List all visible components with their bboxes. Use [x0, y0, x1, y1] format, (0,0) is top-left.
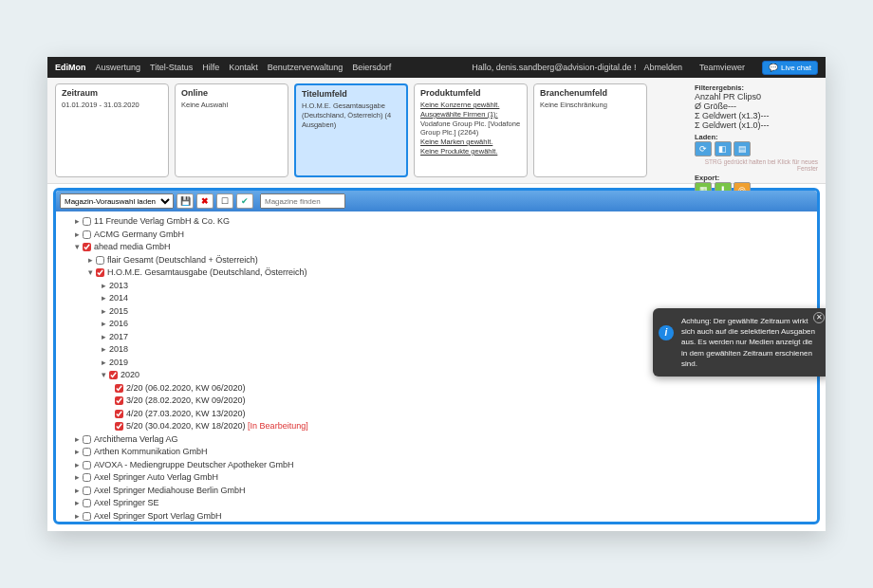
filter-row: Zeitraum 01.01.2019 - 31.03.2020 Online … — [47, 78, 826, 184]
filter-titelumfeld[interactable]: Titelumfeld H.O.M.E. Gesamtausgabe (Deut… — [294, 83, 408, 177]
tree-checkbox[interactable] — [83, 487, 91, 495]
tree-checkbox[interactable] — [83, 448, 91, 456]
filter-produktumfeld-title: Produktumfeld — [420, 88, 521, 98]
tree-label: 11 Freunde Verlag GmbH & Co. KG — [94, 216, 230, 226]
tree-label: Axel Springer Mediahouse Berlin GmbH — [94, 486, 246, 495]
expand-closed-icon[interactable]: ▸ — [75, 446, 83, 459]
tree-checkbox[interactable] — [115, 410, 123, 418]
tree-checkbox[interactable] — [115, 384, 123, 393]
stat-0-label: Anzahl PR Clips — [695, 92, 756, 101]
tree-issue[interactable]: 2/20 (06.02.2020, KW 06/2020) — [115, 382, 811, 395]
popup-close-icon[interactable]: ✕ — [813, 312, 825, 323]
expand-closed-icon[interactable]: ▸ — [102, 292, 109, 305]
app-frame: EdiMon Auswertung Titel-Status Hilfe Kon… — [47, 57, 826, 531]
nav-hilfe[interactable]: Hilfe — [202, 63, 219, 72]
clear-icon[interactable]: ☐ — [216, 193, 233, 209]
info-popup: i ✕ Achtung: Der gewählte Zeitraum wirkt… — [653, 308, 826, 377]
laden-title: Laden: — [695, 133, 818, 141]
filter-online-title: Online — [181, 88, 282, 98]
tree-checkbox[interactable] — [96, 268, 104, 277]
tree-checkbox[interactable] — [115, 396, 123, 405]
live-chat-button[interactable]: Live chat — [762, 61, 818, 75]
tree-checkbox[interactable] — [115, 422, 123, 431]
save-icon[interactable]: 💾 — [176, 193, 194, 209]
tree-issue[interactable]: 3/20 (28.02.2020, KW 09/2020) — [115, 395, 811, 408]
prod-line-0[interactable]: Keine Konzerne gewählt. — [420, 101, 499, 109]
filter-branchenumfeld[interactable]: Branchenumfeld Keine Einschränkung — [533, 83, 647, 177]
nav-titel-status[interactable]: Titel-Status — [150, 63, 193, 72]
filter-online[interactable]: Online Keine Auswahl — [175, 83, 288, 177]
tree-publisher[interactable]: ▸Archithema Verlag AG — [75, 433, 811, 447]
tree-checkbox[interactable] — [83, 435, 91, 444]
expand-closed-icon[interactable]: ▸ — [102, 305, 109, 319]
tree-publisher[interactable]: ▸Axel Springer Auto Verlag GmbH — [75, 471, 811, 485]
prod-line-3[interactable]: Keine Marken gewählt. — [420, 138, 492, 146]
tree-publisher[interactable]: ▸AVOXA - Mediengruppe Deutscher Apotheke… — [75, 459, 811, 472]
expand-closed-icon[interactable]: ▸ — [75, 510, 83, 523]
tree-issue[interactable]: 4/20 (27.03.2020, KW 13/2020) — [115, 408, 811, 421]
export-title: Export: — [695, 174, 818, 182]
tree-year[interactable]: ▾20202/20 (06.02.2020, KW 06/2020)3/20 (… — [102, 369, 811, 433]
tree-publisher[interactable]: ▸ACMG Germany GmbH — [75, 229, 811, 242]
laden-icon-3[interactable]: ▤ — [734, 141, 751, 156]
expand-closed-icon[interactable]: ▸ — [88, 254, 96, 267]
tree-checkbox[interactable] — [96, 256, 104, 265]
nav-benutzerverwaltung[interactable]: Benutzerverwaltung — [268, 63, 344, 72]
prod-line-1[interactable]: Ausgewählte Firmen (1): — [420, 110, 498, 119]
filter-zeitraum-title: Zeitraum — [62, 88, 162, 98]
tree-publisher[interactable]: ▸Arthen Kommunikation GmbH — [75, 446, 811, 459]
teamviewer-link[interactable]: Teamviewer — [699, 63, 745, 72]
info-popup-text: Achtung: Der gewählte Zeitraum wirkt sic… — [681, 317, 815, 368]
tree-checkbox[interactable] — [83, 473, 91, 482]
expand-closed-icon[interactable]: ▸ — [75, 471, 83, 485]
tree-checkbox[interactable] — [83, 461, 91, 469]
tree-checkbox[interactable] — [83, 243, 91, 251]
tree-checkbox[interactable] — [83, 499, 91, 507]
tree-checkbox[interactable] — [83, 217, 91, 226]
nav-beiersdorf[interactable]: Beiersdorf — [352, 63, 391, 72]
greeting: Hallo, denis.sandberg@advision-digital.d… — [472, 63, 636, 72]
tree-magazine[interactable]: ▸flair Gesamt (Deutschland + Österreich) — [88, 254, 811, 267]
delete-icon[interactable]: ✖ — [196, 193, 214, 209]
tree-checkbox[interactable] — [83, 230, 91, 239]
expand-closed-icon[interactable]: ▸ — [102, 357, 109, 370]
tree-publisher[interactable]: ▸Axel Springer Mediahouse Berlin GmbH — [75, 485, 811, 498]
tree-label: 2020 — [121, 370, 139, 379]
expand-open-icon[interactable]: ▾ — [102, 369, 109, 382]
expand-closed-icon[interactable]: ▸ — [75, 459, 83, 472]
expand-closed-icon[interactable]: ▸ — [75, 229, 83, 242]
search-input[interactable] — [260, 193, 345, 209]
tree-publisher[interactable]: ▸Axel Springer SE — [75, 497, 811, 510]
tree-checkbox[interactable] — [109, 371, 118, 379]
expand-closed-icon[interactable]: ▸ — [75, 433, 83, 447]
nav-kontakt[interactable]: Kontakt — [229, 63, 258, 72]
expand-closed-icon[interactable]: ▸ — [102, 331, 109, 344]
logout-link[interactable]: Abmelden — [643, 63, 682, 72]
expand-open-icon[interactable]: ▾ — [75, 241, 83, 254]
expand-closed-icon[interactable]: ▸ — [75, 215, 83, 229]
laden-icon-2[interactable]: ◧ — [715, 141, 732, 156]
expand-closed-icon[interactable]: ▸ — [75, 485, 83, 498]
tree-issue[interactable]: 5/20 (30.04.2020, KW 18/2020) [In Bearbe… — [115, 420, 811, 433]
tree-label: 3/20 (28.02.2020, KW 09/2020) — [126, 395, 246, 405]
filter-produktumfeld[interactable]: Produktumfeld Keine Konzerne gewählt. Au… — [414, 83, 528, 177]
tree-publisher[interactable]: ▸11 Freunde Verlag GmbH & Co. KG — [75, 215, 811, 229]
tree-publisher[interactable]: ▸Axel Springer Sport Verlag GmbH — [75, 510, 811, 523]
laden-icon-1[interactable]: ⟳ — [695, 141, 712, 156]
nav-auswertung[interactable]: Auswertung — [96, 63, 141, 72]
tree-year[interactable]: ▸2014 — [102, 292, 811, 305]
expand-closed-icon[interactable]: ▸ — [75, 497, 83, 510]
filter-zeitraum[interactable]: Zeitraum 01.01.2019 - 31.03.2020 — [55, 83, 169, 177]
filter-titelumfeld-content: H.O.M.E. Gesamtausgabe (Deutschland, Öst… — [302, 101, 400, 129]
expand-open-icon[interactable]: ▾ — [88, 266, 96, 280]
expand-closed-icon[interactable]: ▸ — [102, 318, 109, 331]
expand-closed-icon[interactable]: ▸ — [102, 343, 109, 357]
tree-checkbox[interactable] — [83, 512, 91, 521]
expand-closed-icon[interactable]: ▸ — [102, 280, 109, 293]
add-icon[interactable]: ✔ — [236, 193, 253, 209]
prod-line-4[interactable]: Keine Produkte gewählt. — [420, 147, 497, 156]
right-summary: Filterergebnis: Anzahl PR Clips0 Ø Größe… — [695, 83, 818, 177]
tree-year[interactable]: ▸2013 — [102, 280, 811, 293]
preset-select[interactable]: Magazin-Vorauswahl laden — [60, 193, 174, 209]
tree-label: 2015 — [109, 306, 128, 316]
